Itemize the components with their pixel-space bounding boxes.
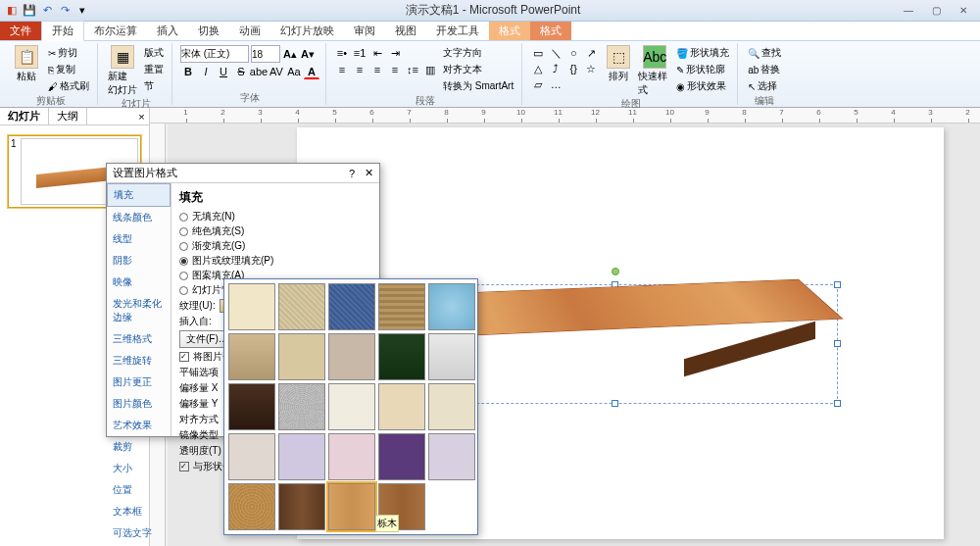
- dialog-help-button[interactable]: ?: [349, 168, 355, 179]
- dlg-nav-14[interactable]: 文本框: [107, 501, 171, 522]
- underline-icon[interactable]: U: [216, 64, 231, 79]
- dlg-nav-0[interactable]: 填充: [107, 183, 171, 207]
- dlg-nav-12[interactable]: 大小: [107, 458, 171, 479]
- shape-brace-icon[interactable]: {}: [565, 61, 581, 76]
- texture-cork[interactable]: [228, 483, 275, 530]
- shape-star-icon[interactable]: ☆: [583, 61, 599, 76]
- format-painter-button[interactable]: 🖌格式刷: [46, 78, 91, 94]
- texture-papyrus[interactable]: [228, 283, 275, 330]
- resize-handle-ne[interactable]: [834, 281, 841, 288]
- radio-solid-fill[interactable]: 纯色填充(S): [179, 224, 371, 238]
- cut-button[interactable]: ✂剪切: [46, 45, 91, 61]
- tab-booleans[interactable]: 布尔运算: [84, 22, 147, 40]
- maximize-button[interactable]: ▢: [923, 3, 949, 19]
- texture-green-marble[interactable]: [378, 333, 425, 380]
- texture-white-marble[interactable]: [428, 333, 475, 380]
- dlg-nav-9[interactable]: 图片颜色: [107, 393, 171, 415]
- tab-animations[interactable]: 动画: [229, 22, 270, 40]
- texture-parchment[interactable]: [428, 383, 475, 430]
- dlg-nav-5[interactable]: 发光和柔化边缘: [107, 293, 171, 328]
- texture-blue-tissue[interactable]: [278, 433, 325, 480]
- section-button[interactable]: 节: [142, 78, 166, 94]
- texture-bouquet[interactable]: [428, 433, 475, 480]
- dlg-nav-15[interactable]: 可选文字: [107, 522, 171, 544]
- shape-tri-icon[interactable]: △: [530, 61, 546, 76]
- tab-view[interactable]: 视图: [385, 22, 426, 40]
- dialog-close-button[interactable]: ✕: [365, 167, 373, 179]
- font-color-icon[interactable]: A: [304, 64, 319, 79]
- texture-sand[interactable]: [328, 333, 375, 380]
- tab-transitions[interactable]: 切换: [188, 22, 229, 40]
- spacing-icon[interactable]: AV: [269, 64, 284, 79]
- close-button[interactable]: ✕: [951, 3, 976, 19]
- shape-line-icon[interactable]: ＼: [548, 45, 564, 61]
- layout-button[interactable]: 版式: [142, 45, 166, 61]
- italic-icon[interactable]: I: [198, 64, 214, 79]
- justify-icon[interactable]: ≡: [387, 62, 403, 77]
- tab-review[interactable]: 审阅: [344, 22, 385, 40]
- texture-purple-mesh[interactable]: [378, 433, 425, 480]
- shape-outline-button[interactable]: ✎形状轮廓: [674, 62, 731, 77]
- bold-icon[interactable]: B: [180, 64, 196, 79]
- texture-canvas[interactable]: [278, 283, 325, 330]
- increase-font-icon[interactable]: A▴: [282, 46, 298, 62]
- shadow-icon[interactable]: abe: [251, 64, 267, 79]
- indent-icon[interactable]: ⇥: [387, 45, 403, 61]
- shape-oval-icon[interactable]: ○: [565, 45, 581, 61]
- align-text-button[interactable]: 对齐文本: [441, 62, 515, 77]
- copy-button[interactable]: ⎘复制: [46, 62, 91, 77]
- tab-picture-format[interactable]: 格式: [530, 22, 571, 40]
- shape-more-icon[interactable]: …: [548, 76, 564, 92]
- texture-denim[interactable]: [328, 283, 375, 330]
- dlg-nav-4[interactable]: 映像: [107, 272, 171, 293]
- align-left-icon[interactable]: ≡: [334, 62, 350, 77]
- bullets-icon[interactable]: ≡•: [334, 45, 350, 61]
- texture-walnut[interactable]: [278, 483, 325, 530]
- text-direction-button[interactable]: 文字方向: [441, 45, 515, 61]
- dlg-nav-7[interactable]: 三维旋转: [107, 350, 171, 372]
- line-spacing-icon[interactable]: ↕≡: [405, 62, 420, 77]
- texture-pink-tissue[interactable]: [328, 433, 375, 480]
- tab-file[interactable]: 文件: [0, 22, 41, 40]
- radio-picture-texture-fill[interactable]: 图片或纹理填充(P): [179, 254, 371, 268]
- strike-icon[interactable]: S: [233, 64, 249, 79]
- undo-icon[interactable]: ↶: [39, 3, 55, 19]
- tab-outline[interactable]: 大纲: [49, 108, 87, 124]
- select-button[interactable]: ↖选择: [746, 78, 779, 94]
- arrange-button[interactable]: ⬚排列: [602, 45, 635, 83]
- outline-close-icon[interactable]: ×: [134, 111, 148, 123]
- texture-oak[interactable]: [328, 483, 375, 530]
- rotate-handle[interactable]: [612, 268, 619, 275]
- texture-paper-bag[interactable]: [228, 333, 275, 380]
- numbering-icon[interactable]: ≡1: [352, 45, 368, 61]
- minimize-button[interactable]: —: [896, 3, 921, 19]
- shape-rect-icon[interactable]: ▭: [530, 45, 546, 61]
- texture-granite[interactable]: [278, 383, 325, 430]
- tab-home[interactable]: 开始: [41, 21, 84, 41]
- shape-fill-button[interactable]: 🪣形状填充: [674, 45, 731, 61]
- texture-water-droplets[interactable]: [428, 283, 475, 330]
- case-icon[interactable]: Aa: [286, 64, 302, 79]
- dlg-nav-6[interactable]: 三维格式: [107, 328, 171, 350]
- texture-newsprint[interactable]: [328, 383, 375, 430]
- qat-dropdown-icon[interactable]: ▾: [74, 3, 90, 19]
- tab-slideshow[interactable]: 幻灯片放映: [270, 22, 344, 40]
- tab-drawing-format[interactable]: 格式: [489, 22, 530, 40]
- tab-developer[interactable]: 开发工具: [426, 22, 489, 40]
- texture-stationery[interactable]: [228, 433, 275, 480]
- smartart-button[interactable]: 转换为 SmartArt: [441, 78, 515, 94]
- shape-arrow-icon[interactable]: ↗: [583, 45, 599, 61]
- align-center-icon[interactable]: ≡: [352, 62, 368, 77]
- decrease-font-icon[interactable]: A▾: [300, 46, 316, 62]
- dialog-titlebar[interactable]: 设置图片格式 ? ✕: [107, 164, 379, 183]
- redo-icon[interactable]: ↷: [57, 3, 73, 19]
- dlg-nav-1[interactable]: 线条颜色: [107, 207, 171, 228]
- shape-conn-icon[interactable]: ⤴: [548, 61, 564, 76]
- texture-brown-marble[interactable]: [228, 383, 275, 430]
- texture-fish-fossil[interactable]: [278, 333, 325, 380]
- shape-effects-button[interactable]: ◉形状效果: [674, 78, 731, 94]
- save-icon[interactable]: 💾: [22, 3, 37, 19]
- resize-handle-se[interactable]: [834, 400, 841, 407]
- dlg-nav-10[interactable]: 艺术效果: [107, 415, 171, 436]
- tab-insert[interactable]: 插入: [147, 22, 188, 40]
